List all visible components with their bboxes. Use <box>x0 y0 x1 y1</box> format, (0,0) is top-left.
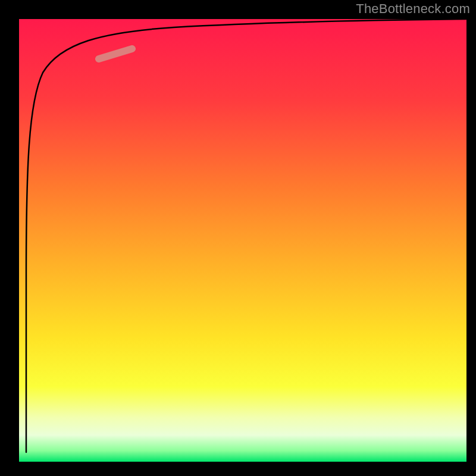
curve-layer <box>19 19 466 462</box>
bottleneck-curve <box>26 19 466 452</box>
watermark-text: TheBottleneck.com <box>356 1 470 17</box>
plot-area <box>19 19 466 462</box>
curve-marker-icon <box>99 49 132 59</box>
chart-stage: TheBottleneck.com <box>0 0 476 476</box>
